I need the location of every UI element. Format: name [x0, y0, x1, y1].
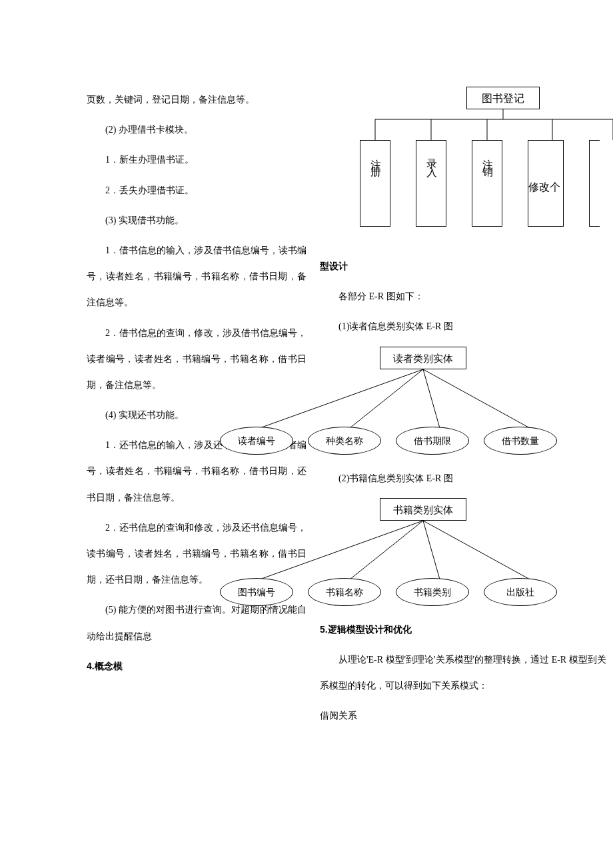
er-attribute-oval: 书籍类别: [396, 578, 469, 606]
svg-line-12: [350, 521, 423, 579]
er-diagram-book: 书籍类别实体 图书编号 书籍名称 书籍类别 出版社: [320, 498, 606, 605]
er-entity-box: 书籍类别实体: [380, 498, 466, 521]
svg-line-8: [350, 369, 423, 428]
svg-line-10: [423, 369, 530, 428]
section-heading-continued: 型设计: [320, 253, 606, 279]
svg-line-14: [423, 521, 530, 579]
er-attributes-row: 图书编号 书籍名称 书籍类别 出版社: [220, 578, 557, 606]
er-attribute-oval: 借书期限: [396, 427, 469, 455]
paragraph: 1．新生办理借书证。: [87, 147, 306, 173]
paragraph: (2) 办理借书卡模块。: [87, 117, 306, 143]
er-attribute-oval: 图书编号: [220, 578, 293, 606]
org-child-box: 注册: [360, 140, 390, 227]
org-child-box: 修改个: [528, 140, 564, 227]
er-attribute-oval: 读者编号: [220, 427, 293, 455]
right-text-column: 型设计 各部分 E-R 图如下： (1)读者信息类别实体 E-R 图 读者类别实…: [320, 253, 606, 733]
er-attribute-oval: 借书数量: [484, 427, 557, 455]
svg-line-13: [423, 521, 440, 579]
paragraph: 1．借书信息的输入，涉及借书信息编号，读书编号，读者姓名，书籍编号，书籍名称，借…: [87, 237, 306, 316]
paragraph: 2．丢失办理借书证。: [87, 177, 306, 203]
paragraph: 各部分 E-R 图如下：: [320, 283, 606, 309]
paragraph: 借阅关系: [320, 703, 606, 729]
org-children-row: 注册 录入 注销 修改个: [360, 140, 600, 227]
er-entity-box: 读者类别实体: [380, 347, 466, 369]
svg-line-9: [423, 369, 440, 428]
paragraph: (3) 实现借书功能。: [87, 207, 306, 233]
er-diagram-reader: 读者类别实体 读者编号 种类名称 借书期限 借书数量: [320, 347, 606, 453]
er-attribute-oval: 出版社: [484, 578, 557, 606]
org-child-box-partial: [589, 140, 600, 227]
section-heading: 4.概念模: [87, 653, 306, 679]
svg-line-11: [260, 521, 423, 579]
er-attributes-row: 读者编号 种类名称 借书期限 借书数量: [220, 427, 557, 455]
org-root-box: 图书登记: [466, 87, 540, 109]
paragraph: (2)书籍信息类别实体 E-R 图: [320, 465, 606, 491]
org-child-box: 录入: [416, 140, 446, 227]
paragraph: (1)读者信息类别实体 E-R 图: [320, 313, 606, 339]
section-heading: 5.逻辑模型设计和优化: [320, 617, 606, 643]
er-attribute-oval: 书籍名称: [308, 578, 381, 606]
svg-line-7: [260, 369, 423, 428]
paragraph: 页数，关键词，登记日期，备注信息等。: [87, 87, 306, 113]
org-child-box: 注销: [472, 140, 502, 227]
paragraph: 从理论'E-R 模型'到理论'关系模型'的整理转换，通过 E-R 模型到关系模型…: [320, 647, 606, 699]
er-attribute-oval: 种类名称: [308, 427, 381, 455]
